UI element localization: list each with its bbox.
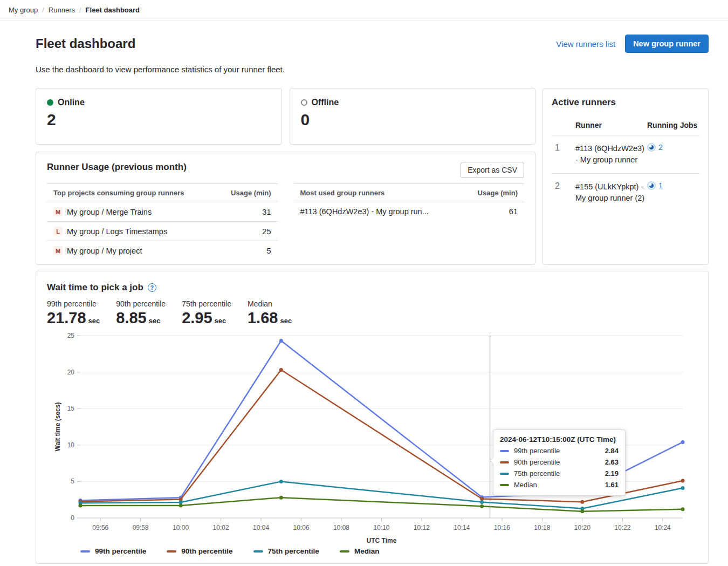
svg-text:10:04: 10:04	[253, 524, 269, 531]
stat-median: Median 1.68sec	[248, 299, 292, 327]
wait-time-chart[interactable]: 051015202509:5609:5810:0010:0210:0410:06…	[47, 329, 697, 545]
active-runners-card: Active runners Runner Running Jobs 1 #11…	[542, 88, 709, 265]
stat-90th-percentile: 90th percentile 8.85sec	[116, 299, 166, 327]
column-header: Usage (min)	[478, 189, 518, 197]
column-header: Most used group runners	[300, 189, 385, 197]
tooltip-row: Median 1.61	[500, 481, 619, 489]
svg-text:25: 25	[67, 332, 75, 339]
project-name: My group / Logs Timestamps	[67, 227, 167, 236]
table-row: M My group / Merge Trains 31	[47, 202, 278, 222]
project-name: My group / Merge Trains	[67, 208, 152, 216]
top-projects-table: Top projects consuming group runners Usa…	[47, 183, 278, 260]
runner-name: #113 (6QHdzW2e3) - My group runner	[575, 143, 647, 166]
table-row: L My group / Logs Timestamps 25	[47, 222, 278, 241]
active-runners-header: Runner Running Jobs	[552, 119, 699, 135]
svg-text:UTC Time: UTC Time	[367, 537, 397, 544]
svg-text:15: 15	[67, 405, 75, 413]
svg-text:10:06: 10:06	[293, 524, 310, 531]
online-status-icon	[47, 99, 53, 106]
usage-value: 31	[262, 208, 271, 216]
breadcrumb-current: Fleet dashboard	[86, 6, 140, 14]
svg-text:20: 20	[67, 369, 75, 376]
most-used-runners-table: Most used group runners Usage (min) #113…	[294, 183, 525, 260]
offline-label: Offline	[312, 98, 339, 107]
tooltip-title: 2024-06-12T10:15:00Z (UTC Time)	[500, 435, 619, 444]
column-header: Running Jobs	[647, 121, 699, 129]
svg-text:10:12: 10:12	[414, 524, 430, 531]
column-header: Usage (min)	[231, 189, 271, 197]
series-swatch	[500, 461, 509, 463]
svg-text:10:08: 10:08	[333, 524, 349, 531]
project-avatar: L	[53, 227, 63, 236]
column-header: Top projects consuming group runners	[53, 189, 184, 197]
project-avatar: M	[53, 207, 63, 216]
online-card: Online 2	[36, 88, 282, 145]
breadcrumb-my-group[interactable]: My group	[9, 6, 38, 14]
svg-text:10:00: 10:00	[173, 524, 189, 531]
offline-card: Offline 0	[290, 88, 536, 145]
table-row: M My group / My project 5	[47, 241, 278, 260]
running-status-icon	[647, 143, 656, 152]
svg-text:09:56: 09:56	[92, 524, 108, 531]
active-runners-title: Active runners	[552, 97, 699, 108]
chart-tooltip: 2024-06-12T10:15:00Z (UTC Time) 99th per…	[493, 429, 626, 496]
legend-item-median[interactable]: Median	[340, 547, 380, 555]
rank-number: 1	[552, 143, 575, 166]
svg-text:10:10: 10:10	[373, 524, 389, 531]
running-jobs-link[interactable]: 1	[647, 181, 699, 190]
breadcrumb-separator: /	[42, 6, 44, 14]
usage-value: 61	[509, 207, 518, 216]
svg-text:10:14: 10:14	[454, 524, 470, 531]
main-content: Fleet dashboard View runners list New gr…	[0, 35, 728, 564]
wait-time-card: Wait time to pick a job ? 99th percentil…	[36, 271, 709, 564]
online-count: 2	[47, 112, 271, 128]
page-description: Use the dashboard to view performance st…	[36, 65, 709, 74]
runner-name: #155 (ULkKYpkpt) - My group runner (2)	[575, 181, 647, 204]
series-swatch	[340, 550, 349, 553]
table-row: 2 #155 (ULkKYpkpt) - My group runner (2)…	[552, 173, 699, 212]
project-avatar: M	[53, 246, 63, 255]
export-csv-button[interactable]: Export as CSV	[461, 162, 524, 178]
table-row: 1 #113 (6QHdzW2e3) - My group runner 2	[552, 135, 699, 173]
runner-usage-title: Runner Usage (previous month)	[47, 162, 187, 173]
legend-item-99th[interactable]: 99th percentile	[80, 547, 146, 555]
table-row: #113 (6QHdzW2e3) - My group run... 61	[294, 202, 525, 221]
breadcrumb-separator: /	[79, 6, 81, 14]
running-jobs-link[interactable]: 2	[647, 143, 699, 152]
legend-item-75th[interactable]: 75th percentile	[253, 547, 319, 555]
svg-text:10: 10	[67, 441, 75, 449]
runner-name: #113 (6QHdzW2e3) - My group run...	[300, 207, 429, 216]
svg-text:10:22: 10:22	[614, 524, 630, 531]
running-jobs-count: 2	[658, 143, 663, 152]
svg-text:5: 5	[71, 478, 74, 486]
offline-count: 0	[301, 112, 525, 128]
project-name: My group / My project	[67, 247, 142, 255]
tooltip-row: 75th percentile 2.19	[500, 469, 619, 478]
tooltip-row: 99th percentile 2.84	[500, 447, 619, 455]
svg-text:10:18: 10:18	[534, 524, 550, 531]
offline-status-icon	[301, 99, 307, 106]
series-swatch	[500, 450, 509, 452]
runner-usage-card: Runner Usage (previous month) Export as …	[36, 152, 535, 265]
wait-time-title: Wait time to pick a job	[47, 282, 143, 293]
series-swatch	[167, 550, 176, 553]
chart-legend: 99th percentile 90th percentile 75th per…	[80, 547, 697, 555]
breadcrumb-runners[interactable]: Runners	[49, 6, 75, 14]
page-title: Fleet dashboard	[36, 36, 135, 51]
svg-text:10:16: 10:16	[494, 524, 510, 531]
svg-text:Wait time (secs): Wait time (secs)	[54, 403, 61, 452]
legend-item-90th[interactable]: 90th percentile	[167, 547, 232, 555]
series-swatch	[500, 484, 509, 486]
breadcrumb: My group / Runners / Fleet dashboard	[0, 0, 728, 21]
usage-value: 5	[266, 247, 271, 255]
running-status-icon	[647, 181, 656, 190]
stat-99th-percentile: 99th percentile 21.78sec	[47, 299, 100, 327]
online-label: Online	[58, 98, 85, 107]
new-group-runner-button[interactable]: New group runner	[625, 35, 709, 53]
svg-text:10:20: 10:20	[574, 524, 590, 531]
view-runners-list-link[interactable]: View runners list	[556, 39, 615, 49]
help-icon[interactable]: ?	[148, 283, 156, 292]
svg-text:0: 0	[71, 514, 74, 522]
series-swatch	[253, 550, 263, 553]
svg-text:10:02: 10:02	[213, 524, 229, 531]
